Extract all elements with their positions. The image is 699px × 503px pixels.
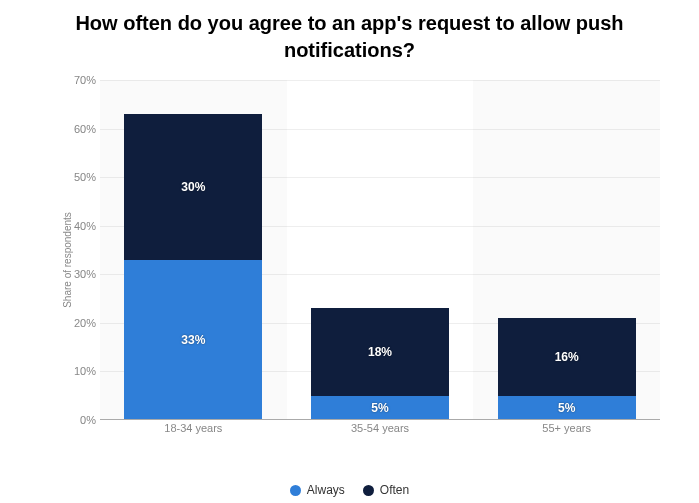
bar-group: 30% 33% (100, 80, 287, 420)
bar-segment-often[interactable]: 18% (311, 308, 449, 395)
legend-swatch-icon (363, 485, 374, 496)
bar-group: 16% 5% (473, 80, 660, 420)
y-tick: 40% (66, 220, 96, 232)
x-tick: 18-34 years (100, 422, 287, 440)
bar-value-label: 5% (371, 401, 388, 415)
y-tick: 20% (66, 317, 96, 329)
chart-title: How often do you agree to an app's reque… (0, 0, 699, 68)
bar-segment-always[interactable]: 33% (124, 260, 262, 420)
x-tick: 55+ years (473, 422, 660, 440)
legend-item-always[interactable]: Always (290, 483, 345, 497)
legend-item-often[interactable]: Often (363, 483, 409, 497)
y-tick: 70% (66, 74, 96, 86)
bar-stack: 16% 5% (498, 80, 636, 420)
bar-value-label: 18% (368, 345, 392, 359)
bar-stack: 30% 33% (124, 80, 262, 420)
bar-segment-always[interactable]: 5% (498, 396, 636, 420)
legend-swatch-icon (290, 485, 301, 496)
bar-segment-always[interactable]: 5% (311, 396, 449, 420)
legend-label: Always (307, 483, 345, 497)
chart-area: Share of respondents 0% 10% 20% 30% 40% … (60, 80, 660, 440)
bar-segment-often[interactable]: 16% (498, 318, 636, 396)
bar-segment-often[interactable]: 30% (124, 114, 262, 260)
x-axis-line (100, 419, 660, 420)
y-tick: 50% (66, 171, 96, 183)
bars-container: 30% 33% 18% 5% 16% (100, 80, 660, 420)
x-tick: 35-54 years (287, 422, 474, 440)
y-tick: 10% (66, 365, 96, 377)
y-tick: 0% (66, 414, 96, 426)
bar-group: 18% 5% (287, 80, 474, 420)
bar-value-label: 16% (555, 350, 579, 364)
bar-value-label: 33% (181, 333, 205, 347)
y-tick: 60% (66, 123, 96, 135)
bar-value-label: 30% (181, 180, 205, 194)
legend-label: Often (380, 483, 409, 497)
bar-stack: 18% 5% (311, 80, 449, 420)
x-axis-labels: 18-34 years 35-54 years 55+ years (100, 422, 660, 440)
bar-value-label: 5% (558, 401, 575, 415)
y-tick: 30% (66, 268, 96, 280)
legend: Always Often (0, 483, 699, 497)
